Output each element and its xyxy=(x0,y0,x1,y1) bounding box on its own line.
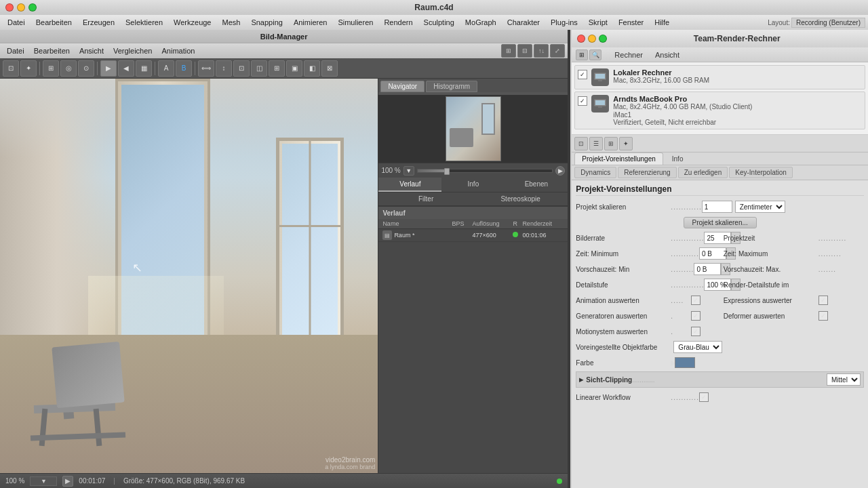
maximize-button[interactable] xyxy=(28,3,37,12)
menu-hilfe[interactable]: Hilfe xyxy=(650,17,674,28)
verlauf-row[interactable]: ▤ Raum * 477×600 00:01:06 xyxy=(378,229,568,242)
input-vorschau-min[interactable] xyxy=(694,263,721,275)
tool-move[interactable]: ✦ xyxy=(20,60,37,77)
menu-skript[interactable]: Skript xyxy=(584,17,612,28)
layout-select[interactable]: Recording (Benutzer) xyxy=(791,18,865,28)
cb-animation[interactable]: ✓ xyxy=(691,296,701,305)
menu-simulieren[interactable]: Simulieren xyxy=(333,17,378,28)
cb-deformer[interactable]: ✓ xyxy=(818,311,828,321)
tool-4[interactable]: ◎ xyxy=(60,60,77,77)
bm-menu-vergleichen[interactable]: Vergleichen xyxy=(109,45,157,56)
tab-filter[interactable]: Filter xyxy=(378,192,473,206)
tool-13[interactable]: ⊡ xyxy=(233,60,250,77)
props-tab-projekt[interactable]: Projekt-Voreinstellungen xyxy=(574,152,663,165)
cb-motionsystem[interactable]: ✓ xyxy=(691,327,701,336)
tool-3[interactable]: ⊞ xyxy=(43,60,59,77)
bm-tool-4[interactable]: ⤢ xyxy=(550,44,565,58)
menu-werkzeuge[interactable]: Werkzeuge xyxy=(169,17,216,28)
zoom-slider[interactable] xyxy=(417,169,553,173)
menu-selektieren[interactable]: Selektieren xyxy=(121,17,167,28)
team-render-controls[interactable] xyxy=(577,35,607,43)
props-btn-2[interactable]: ☰ xyxy=(589,137,603,150)
btn-projekt-skalieren[interactable]: Projekt skalieren... xyxy=(684,217,757,228)
menu-snapping[interactable]: Snapping xyxy=(246,17,288,28)
tr-menu-rechner[interactable]: Rechner xyxy=(610,49,648,60)
tool-11[interactable]: ⟺ xyxy=(198,60,214,77)
select-sicht-clipping[interactable]: Mittel xyxy=(827,373,861,386)
tab-navigator[interactable]: Navigator xyxy=(380,81,425,92)
tool-16[interactable]: ▣ xyxy=(286,60,302,77)
bm-menu-bearbeiten[interactable]: Bearbeiten xyxy=(30,45,74,56)
menu-sculpting[interactable]: Sculpting xyxy=(419,17,459,28)
zoom-dropdown[interactable]: ▼ xyxy=(403,166,414,176)
menu-fenster[interactable]: Fenster xyxy=(614,17,648,28)
props-tab-info[interactable]: Info xyxy=(665,152,691,165)
render-item-0[interactable]: ✓ Lokaler Rechner Mac, 8x3.2GHz, 16.00 G… xyxy=(574,65,865,89)
zoom-control[interactable]: ▼ xyxy=(30,476,57,486)
cb-expressions[interactable]: ✓ xyxy=(818,296,828,305)
sicht-clipping-header[interactable]: ▶ Sicht-Clipping ............ Mittel xyxy=(576,371,864,388)
tab-verlauf[interactable]: Verlauf xyxy=(378,178,441,192)
cb-linear[interactable]: ✓ xyxy=(699,392,709,402)
input-skalieren[interactable] xyxy=(702,201,732,213)
menu-bearbeiten[interactable]: Bearbeiten xyxy=(31,17,77,28)
sub-tab-dynamics[interactable]: Dynamics xyxy=(574,167,616,178)
tool-8[interactable]: ▦ xyxy=(136,60,152,77)
zoom-btn[interactable]: ▶ xyxy=(555,166,565,176)
sub-tab-referenzierung[interactable]: Referenzierung xyxy=(618,167,676,178)
tool-15[interactable]: ⊞ xyxy=(269,60,285,77)
tr-menu-ansicht[interactable]: Ansicht xyxy=(650,49,684,60)
props-btn-4[interactable]: ✦ xyxy=(619,137,633,150)
menu-datei[interactable]: Datei xyxy=(3,17,30,28)
render-check-1[interactable]: ✓ xyxy=(578,96,587,106)
viewport-3d[interactable]: ↖ video2brain.com a lynda.com brand xyxy=(0,79,378,473)
tool-9[interactable]: A xyxy=(158,60,174,77)
tool-7[interactable]: ◀ xyxy=(118,60,134,77)
props-btn-1[interactable]: ⊡ xyxy=(574,137,588,150)
select-objektfarbe[interactable]: Grau-Blau xyxy=(673,341,722,353)
menu-charakter[interactable]: Charakter xyxy=(502,17,545,28)
play-button[interactable]: ▶ xyxy=(62,476,73,487)
tr-min-btn[interactable] xyxy=(588,35,596,43)
props-btn-3[interactable]: ⊞ xyxy=(604,137,618,150)
tool-17[interactable]: ◧ xyxy=(304,60,320,77)
input-zeit-min[interactable] xyxy=(699,247,726,260)
bm-menu-ansicht[interactable]: Ansicht xyxy=(75,45,108,56)
render-item-1[interactable]: ✓ Arndts MacBook Pro Mac, 8x2.4GHz, 4.00… xyxy=(574,92,865,129)
menu-plugins[interactable]: Plug-ins xyxy=(546,17,583,28)
cb-generatoren[interactable]: ✓ xyxy=(691,311,701,321)
menu-mograph[interactable]: MoGraph xyxy=(460,17,501,28)
bm-tool-2[interactable]: ⊟ xyxy=(517,44,532,58)
tr-tool-2[interactable]: 🔍 xyxy=(589,49,601,60)
menu-animieren[interactable]: Animieren xyxy=(289,17,332,28)
farbe-swatch[interactable] xyxy=(675,357,695,368)
tab-ebenen[interactable]: Ebenen xyxy=(505,178,568,192)
tool-6[interactable]: ▶ xyxy=(100,60,117,77)
tr-close-btn[interactable] xyxy=(577,35,585,43)
close-button[interactable] xyxy=(5,3,14,12)
menu-rendern[interactable]: Rendern xyxy=(379,17,417,28)
window-controls[interactable] xyxy=(5,3,37,12)
select-einheit[interactable]: Zentimeter xyxy=(735,201,785,213)
sub-tab-key-interpolation[interactable]: Key-Interpolation xyxy=(729,167,793,178)
sub-tab-zu-erledigen[interactable]: Zu erledigen xyxy=(678,167,728,178)
tab-histogramm[interactable]: Histogramm xyxy=(426,81,477,92)
bm-menu-datei[interactable]: Datei xyxy=(3,45,28,56)
render-check-0[interactable]: ✓ xyxy=(578,70,587,79)
tool-5[interactable]: ⊙ xyxy=(78,60,94,77)
tool-10[interactable]: B xyxy=(176,60,192,77)
tr-max-btn[interactable] xyxy=(599,35,607,43)
tr-tool-1[interactable]: ⊞ xyxy=(576,49,588,60)
menu-erzeugen[interactable]: Erzeugen xyxy=(78,17,119,28)
bm-tool-1[interactable]: ⊞ xyxy=(501,44,516,58)
tab-info[interactable]: Info xyxy=(441,178,505,192)
tool-14[interactable]: ◫ xyxy=(251,60,267,77)
bm-tool-3[interactable]: ↑↓ xyxy=(534,44,549,58)
bm-menu-animation[interactable]: Animation xyxy=(157,45,199,56)
tab-stereoskopie[interactable]: Stereoskopie xyxy=(473,192,568,206)
minimize-button[interactable] xyxy=(17,3,25,12)
tool-18[interactable]: ⊠ xyxy=(321,60,338,77)
tool-12[interactable]: ↕ xyxy=(216,60,232,77)
menu-mesh[interactable]: Mesh xyxy=(217,17,245,28)
tool-select[interactable]: ⊡ xyxy=(3,60,19,77)
